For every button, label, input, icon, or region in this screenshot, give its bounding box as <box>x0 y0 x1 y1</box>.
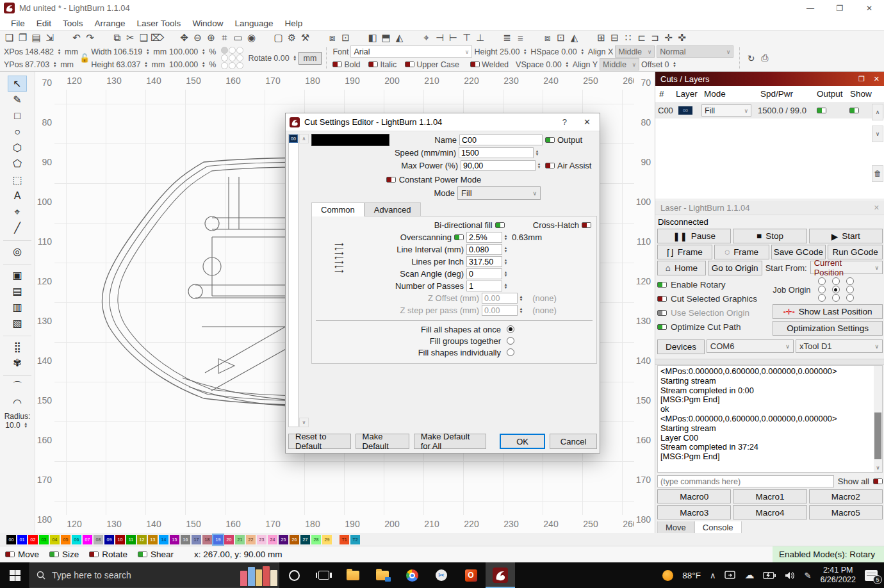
palette-swatch[interactable]: 00 <box>6 535 16 544</box>
boolean-union-tool[interactable]: ▣ <box>8 267 27 283</box>
passes-input[interactable] <box>466 281 502 291</box>
layer-mode-dropdown[interactable]: Fill∨ <box>701 104 751 117</box>
passes-spinner[interactable]: ▲▼ <box>502 283 509 290</box>
lpi-spinner[interactable]: ▲▼ <box>502 259 509 265</box>
align-top-icon[interactable]: ⊤ <box>460 31 473 44</box>
push-back-icon[interactable]: ⊟ <box>608 31 621 44</box>
scroll-down-icon[interactable]: ∨ <box>299 418 309 427</box>
overscan-spinner[interactable]: ▲▼ <box>502 234 509 241</box>
float-panel-icon[interactable]: ❐ <box>858 75 865 83</box>
sep[interactable] <box>352 31 366 44</box>
bidirectional-toggle[interactable] <box>495 222 505 228</box>
macro-button[interactable]: Macro1 <box>733 489 806 503</box>
sep[interactable] <box>258 31 272 44</box>
new-file-icon[interactable]: ❏ <box>3 31 16 44</box>
settings-icon[interactable]: ⚙ <box>285 31 299 44</box>
cut-selected-toggle[interactable] <box>657 296 667 302</box>
offset-label[interactable]: Offset 0 <box>641 60 669 69</box>
menu-item[interactable]: Language <box>229 17 279 30</box>
grid-array-tool[interactable]: ⣿ <box>8 339 27 355</box>
zoom-frame-icon[interactable]: ⌗ <box>218 31 231 44</box>
max-power-spinner[interactable]: ▲▼ <box>536 163 543 169</box>
units-button[interactable]: mm <box>299 52 322 65</box>
menu-item[interactable]: Help <box>279 17 308 30</box>
macro-button[interactable]: Macro2 <box>809 489 883 503</box>
italic-toggle[interactable] <box>368 61 378 67</box>
frame-selection-icon[interactable]: ▭ <box>231 31 245 44</box>
xpos-value[interactable]: 148.482 <box>25 47 54 56</box>
palette-swatch[interactable]: 07 <box>83 535 92 544</box>
cut-icon[interactable]: ✂ <box>124 31 137 44</box>
palette-swatch[interactable]: 18 <box>202 535 212 544</box>
push-forward-icon[interactable]: ⊞ <box>594 31 608 44</box>
dialog-layer-scrollbar[interactable]: ∧ ∨ <box>299 134 309 427</box>
palette-swatch[interactable]: 05 <box>61 535 70 544</box>
dialog-layer-list[interactable]: 00 <box>288 134 299 427</box>
console-command-input[interactable] <box>657 475 834 487</box>
draw-lines-tool[interactable]: ✎ <box>8 92 27 108</box>
delete-icon[interactable]: ⌦ <box>151 31 164 44</box>
dock-tab[interactable]: Console <box>694 521 742 534</box>
bold-toggle[interactable] <box>332 61 342 67</box>
status-toggle[interactable]: Move <box>5 550 39 559</box>
text-tool[interactable]: A <box>8 188 27 204</box>
optimization-settings-button[interactable]: Optimization Settings <box>773 321 883 336</box>
crosshatch-toggle[interactable] <box>582 222 591 228</box>
font-dropdown[interactable]: Arial∨ <box>350 45 472 58</box>
rotate-spinner[interactable]: ▲▼ <box>291 55 299 61</box>
group-icon[interactable]: ⧈ <box>325 31 339 44</box>
welded-toggle[interactable] <box>470 61 480 67</box>
menu-item[interactable]: Arrange <box>89 17 131 30</box>
palette-swatch[interactable]: 01 <box>17 535 27 544</box>
max-power-input[interactable] <box>461 160 536 171</box>
preview-icon[interactable]: ▢ <box>272 31 285 44</box>
macro-button[interactable]: Macro3 <box>657 505 731 519</box>
height-value[interactable]: 63.037 <box>116 60 140 69</box>
edit-shape-tool[interactable]: ⬚ <box>8 172 27 188</box>
position-laser-tool[interactable]: ⌖ <box>8 204 27 220</box>
vspace-spinner[interactable]: ▲▼ <box>564 61 571 68</box>
layer-down-icon[interactable]: ∨ <box>872 126 883 142</box>
align-bottom-icon[interactable]: ⊥ <box>473 31 487 44</box>
sync-icon[interactable]: ↻ <box>744 52 758 65</box>
menu-item[interactable]: Edit <box>31 17 57 30</box>
speed-input[interactable] <box>459 147 534 158</box>
copy-icon[interactable]: ⧉ <box>110 31 124 44</box>
lpi-input[interactable] <box>466 256 502 267</box>
pen-icon[interactable]: ✎ <box>804 571 811 580</box>
palette-swatch[interactable]: T2 <box>350 535 360 544</box>
palette-swatch[interactable]: 14 <box>159 535 168 544</box>
status-toggle[interactable]: Size <box>49 550 79 559</box>
close-panel-icon[interactable]: ✕ <box>874 75 880 83</box>
flip-horizontal-icon[interactable]: ◧ <box>366 31 379 44</box>
xpos-spinner[interactable]: ▲▼ <box>56 49 63 55</box>
taskbar-app-onedrive-folder[interactable] <box>368 562 397 588</box>
aspect-lock-icon[interactable]: 🔓 <box>79 53 90 63</box>
height-spinner[interactable]: ▲▼ <box>143 61 150 68</box>
edit-nodes-tool[interactable]: ⬠ <box>8 156 27 172</box>
fill-option-radio[interactable] <box>507 348 514 356</box>
palette-swatch[interactable]: 21 <box>235 535 245 544</box>
palette-swatch[interactable]: 13 <box>148 535 158 544</box>
taskbar-app-chrome[interactable] <box>397 562 427 588</box>
measure-tool[interactable]: ╱ <box>8 220 27 236</box>
palette-swatch[interactable]: 04 <box>50 535 60 544</box>
maximize-button[interactable]: ❐ <box>825 0 855 16</box>
boolean-subtract-tool[interactable]: ▤ <box>8 283 27 299</box>
volume-icon[interactable] <box>785 571 795 580</box>
fill-option-radio[interactable] <box>507 337 514 345</box>
pan-icon[interactable]: ✥ <box>177 31 191 44</box>
nudge-icon[interactable]: ✛ <box>662 31 675 44</box>
font-height-spinner[interactable]: ▲▼ <box>521 49 528 55</box>
stop-button[interactable]: ■Stop <box>733 229 806 243</box>
home-button[interactable]: ⌂Home <box>657 261 706 275</box>
overscan-toggle[interactable] <box>454 234 464 240</box>
device-dropdown[interactable]: xTool D1∨ <box>796 339 883 353</box>
sep[interactable] <box>527 31 541 44</box>
taskbar-app-snip[interactable]: ✂ <box>427 562 456 588</box>
delete-layer-icon[interactable]: 🗑 <box>872 165 883 182</box>
menu-item[interactable]: Laser Tools <box>131 17 187 30</box>
dialog-tab[interactable]: Advanced <box>364 202 421 216</box>
flip-vertical-icon[interactable]: ⬒ <box>379 31 393 44</box>
layer-up-icon[interactable]: ∧ <box>872 104 883 120</box>
